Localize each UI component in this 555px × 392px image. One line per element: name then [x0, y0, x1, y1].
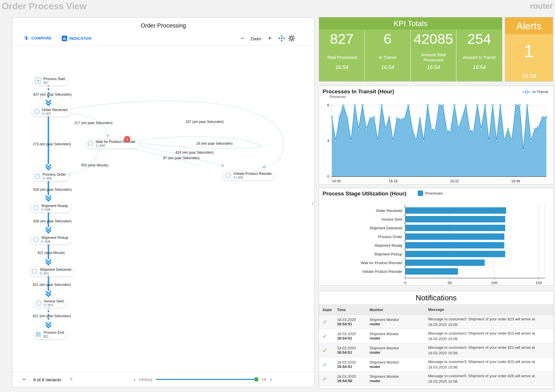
notification-time: 16:54:51 [337, 364, 370, 369]
history-next-chevron[interactable]: › [270, 376, 272, 382]
notification-message: Message to customer3: Shipment of your o… [428, 359, 553, 370]
node-label: Initiate Product Reorder [234, 172, 272, 176]
notification-time: 16:54:51 [337, 322, 370, 326]
node-count: 821 [43, 335, 49, 338]
variants-count-label: 8 of 8 Variants [33, 377, 61, 382]
flow-node-shipment-ready[interactable]: Shipment Ready0 / 826 [31, 203, 71, 213]
process-flow-panel: Order Processing COMPARE INDICATOR − Zoo… [12, 17, 314, 387]
svg-text:Invoice Sent: Invoice Sent [381, 217, 402, 222]
kpi-label: Total Processed [327, 52, 357, 63]
kpi-value: 6 [384, 31, 392, 47]
notification-row: ✓18.03.202016:54:50Shipment Monitorroute… [319, 372, 553, 386]
svg-text:6: 6 [327, 103, 329, 107]
check-icon: ✓ [323, 376, 327, 382]
notification-time: 16:54:50 [337, 379, 370, 383]
utilization-chart-title: Process Stage Utilization (Hour) [323, 190, 406, 197]
flow-node-shipment-pickup[interactable]: Shipment Pickup5 / 826 [31, 235, 72, 244]
column-message: Message [428, 307, 553, 313]
svg-text:3: 3 [327, 139, 329, 143]
hexagon-activity-icon [33, 236, 39, 243]
edge-label: 217 (ein paar Sekunden) [74, 121, 112, 125]
zoom-label: Zoom [250, 36, 261, 41]
notification-row: ✓18.03.202016:54:51Shipment Monitorroute… [319, 343, 553, 357]
flow-node-wait-for-product-reorder[interactable]: Wait for Product Reorder1 / 669 [85, 139, 139, 148]
hexagon-activity-icon [33, 204, 39, 211]
zoom-in-button[interactable]: + [266, 35, 273, 42]
kpi-label: Amount In Transit [463, 52, 496, 63]
collapse-panel-chevron[interactable]: ‹ [312, 200, 314, 206]
notification-date: 18.03.2020 [337, 346, 370, 350]
edge-label: 337 (ein paar Sekunden) [185, 120, 224, 124]
flow-panel-title: Order Processing [12, 22, 314, 29]
indicator-button[interactable]: INDICATOR [62, 36, 91, 41]
svg-text:0: 0 [327, 174, 329, 179]
column-time: Time [337, 308, 370, 312]
notification-message: Message to customer5: Shipment of your o… [428, 373, 553, 384]
notification-monitor: Shipment Monitor [370, 360, 428, 364]
variants-plus-button[interactable]: + [69, 375, 73, 383]
history-slider-thumb[interactable] [254, 377, 259, 382]
notification-source: router [370, 322, 428, 326]
alert-badge: 1 [124, 136, 130, 142]
transit-area-chart: 63016:0016:1616:3216:48 [320, 99, 552, 184]
kpi-item: 827Total Processed16:54 [319, 30, 365, 81]
node-label: Shipment Delivered [40, 268, 71, 272]
node-total-count: / 821 [42, 272, 49, 275]
page-title: Order Process View [2, 1, 86, 12]
hexagon-activity-icon [31, 268, 38, 275]
notification-date: 18.03.2020 [337, 360, 370, 364]
node-label: Invoice Sent [44, 299, 64, 303]
flow-node-process-start[interactable]: Process Start827 [33, 76, 68, 86]
flow-node-process-end[interactable]: Process End821 [33, 329, 67, 339]
notification-date: 18.03.2020 [337, 332, 370, 336]
transit-ylabel: Processes [330, 95, 346, 99]
notifications-title: Notifications [319, 291, 553, 304]
notification-time: 16:54:51 [337, 350, 370, 355]
utilization-legend[interactable]: Processes [418, 190, 443, 196]
edge-label: 821 (eine Minute) [38, 251, 65, 255]
node-active-count: 5 [41, 240, 43, 243]
compare-button[interactable]: COMPARE [23, 36, 52, 40]
flow-node-initiate-product-reorder[interactable]: Initiate Product Reorder0 / 424 [223, 170, 275, 180]
transit-legend[interactable]: In Transit [522, 90, 548, 94]
edge-label: 553 (eine Minute) [81, 163, 108, 167]
kpi-value: 827 [330, 31, 354, 47]
svg-text:16:16: 16:16 [389, 179, 398, 183]
edge-label: 87 (ein paar Sekunden) [163, 156, 199, 160]
svg-text:Shipment Delivered: Shipment Delivered [370, 226, 402, 230]
node-label: Shipment Ready [41, 204, 68, 208]
svg-text:150: 150 [536, 281, 542, 285]
svg-text:Wait for Product Reorder: Wait for Product Reorder [361, 261, 403, 265]
flow-node-shipment-delivered[interactable]: Shipment Delivered0 / 821 [29, 266, 74, 276]
edge-label: 826 (ein paar Sekunden) [33, 219, 72, 223]
history-slider[interactable] [156, 379, 258, 380]
utilization-bar-chart: Order ReceivedInvoice SentShipment Deliv… [320, 199, 552, 285]
compare-icon [23, 36, 29, 40]
kpi-value: 254 [467, 31, 491, 47]
flow-node-process-order[interactable]: Process Order0 / 826 [32, 171, 69, 181]
variants-minus-button[interactable]: − [22, 376, 26, 383]
compare-label: COMPARE [31, 36, 52, 40]
pan-move-icon[interactable] [278, 35, 285, 42]
flow-node-invoice-sent[interactable]: Invoice Sent0 / 821 [33, 298, 67, 308]
node-label: Process Start [43, 77, 65, 81]
alerts-panel: Alerts 1 16:54 [505, 17, 553, 81]
hexagon-activity-icon [35, 300, 42, 306]
user-label: router [530, 2, 553, 11]
transit-chart-panel: Processes In Transit (Hour) In Transit P… [319, 86, 554, 185]
node-active-count: 0 [42, 112, 44, 115]
flow-node-order-received[interactable]: Order Received0 / 827 [32, 107, 71, 117]
zoom-out-button[interactable]: − [239, 35, 246, 42]
notification-source: router [370, 336, 428, 340]
footer-divider [12, 372, 314, 372]
node-total-count: / 827 [45, 112, 51, 115]
utilization-legend-label: Processes [425, 191, 443, 195]
gear-icon[interactable] [288, 35, 295, 42]
column-state: State [319, 308, 337, 312]
history-prev-chevron[interactable]: ‹ [134, 376, 136, 382]
notifications-rows: ✓18.03.202016:54:51Shipment Monitorroute… [319, 315, 553, 386]
alerts-time: 16:54 [522, 73, 536, 79]
notification-message: Message to customer3: Shipment of your o… [428, 331, 553, 342]
node-active-count: 0 [43, 177, 44, 180]
svg-text:Shipment Pickup: Shipment Pickup [374, 252, 402, 256]
